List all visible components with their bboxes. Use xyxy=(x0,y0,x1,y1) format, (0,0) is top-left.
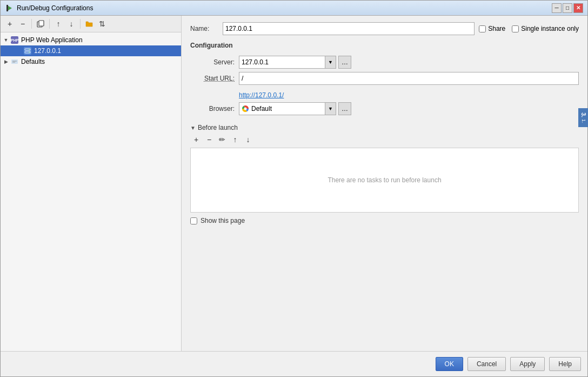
show-page-checkbox[interactable] xyxy=(190,217,197,224)
config-grid: Server: ▼ … Start URL: xyxy=(190,56,579,85)
share-label-text: Share xyxy=(488,25,505,32)
before-launch-remove-button[interactable]: − xyxy=(203,134,215,145)
window-controls: ─ □ ✕ xyxy=(552,3,583,13)
before-launch-up-button[interactable]: ↑ xyxy=(229,134,241,145)
move-down-button[interactable]: ↓ xyxy=(65,18,77,30)
share-checkbox-label[interactable]: Share xyxy=(479,25,505,32)
php-web-app-label: PHP Web Application xyxy=(21,36,83,44)
url-link[interactable]: http://127.0.0.1/ xyxy=(239,91,579,99)
php-web-app-icon: PHP xyxy=(10,36,19,44)
side-widget[interactable]: 3. 1. xyxy=(578,108,587,127)
single-instance-checkbox[interactable] xyxy=(512,25,519,32)
title-text: Run/Debug Configurations xyxy=(17,4,552,12)
browser-dropdown-arrow[interactable]: ▼ xyxy=(325,102,336,115)
close-button[interactable]: ✕ xyxy=(573,3,583,13)
tree-item-defaults[interactable]: ▶ Defaults xyxy=(1,56,181,67)
defaults-label: Defaults xyxy=(21,58,45,65)
content-area: + − ↑ ↓ ⇅ xyxy=(1,16,587,351)
start-url-row: Start URL: xyxy=(190,72,579,85)
single-instance-label-text: Single instance only xyxy=(521,25,579,32)
sort-button[interactable]: ⇅ xyxy=(96,18,108,30)
svg-point-6 xyxy=(29,49,30,50)
create-folder-button[interactable] xyxy=(83,18,95,30)
server-node-icon xyxy=(23,47,32,55)
checkboxes-row: Share Single instance only xyxy=(479,25,579,32)
defaults-icon xyxy=(10,57,19,66)
browser-label: Browser: xyxy=(190,105,239,113)
title-icon xyxy=(5,4,14,12)
server-more-button[interactable]: … xyxy=(338,56,351,69)
start-url-input[interactable] xyxy=(239,72,579,85)
server-combo: ▼ … xyxy=(239,56,351,69)
svg-rect-1 xyxy=(6,5,8,11)
expand-icon: ▼ xyxy=(3,37,9,43)
show-page-label: Show this page xyxy=(201,217,245,224)
right-panel: Name: Share Single instance only Configu… xyxy=(182,16,587,351)
ok-button[interactable]: OK xyxy=(436,357,463,371)
start-url-label: Start URL: xyxy=(190,75,239,82)
configuration-section-label: Configuration xyxy=(190,42,579,51)
server-row: Server: ▼ … xyxy=(190,56,579,69)
main-window: Run/Debug Configurations ─ □ ✕ + − xyxy=(0,0,588,377)
tree-item-php-web-app[interactable]: ▼ PHP PHP Web Application xyxy=(1,35,181,45)
before-launch-toolbar: + − ✏ ↑ ↓ xyxy=(190,134,579,145)
left-panel: + − ↑ ↓ ⇅ xyxy=(1,16,182,351)
before-launch-area: There are no tasks to run before launch xyxy=(190,148,579,213)
bottom-bar: OK Cancel Apply Help xyxy=(1,351,587,376)
cancel-button[interactable]: Cancel xyxy=(467,357,506,371)
svg-point-7 xyxy=(29,52,30,53)
browser-value: Default xyxy=(251,105,272,113)
browser-more-button[interactable]: … xyxy=(338,102,351,115)
title-bar: Run/Debug Configurations ─ □ ✕ xyxy=(1,1,587,16)
server-input[interactable] xyxy=(239,56,325,69)
move-up-button[interactable]: ↑ xyxy=(52,18,64,30)
svg-rect-3 xyxy=(39,21,44,26)
tree-item-127001-label: 127.0.0.1 xyxy=(34,47,61,55)
browser-row: Browser: Default ▼ … xyxy=(190,102,579,115)
show-page-row: Show this page xyxy=(190,217,579,224)
name-row: Name: Share Single instance only xyxy=(190,22,579,35)
name-field-label: Name: xyxy=(190,25,223,32)
google-chrome-icon xyxy=(242,105,249,113)
server-label: Server: xyxy=(190,58,239,66)
before-launch-label: Before launch xyxy=(198,124,238,131)
share-checkbox[interactable] xyxy=(479,25,486,32)
before-launch-down-button[interactable]: ↓ xyxy=(242,134,254,145)
copy-icon xyxy=(37,20,44,28)
single-instance-checkbox-label[interactable]: Single instance only xyxy=(512,25,579,32)
folder-icon xyxy=(85,20,93,28)
maximize-button[interactable]: □ xyxy=(563,3,572,13)
svg-point-12 xyxy=(244,108,247,110)
before-launch-arrow: ▼ xyxy=(190,125,196,131)
help-button[interactable]: Help xyxy=(549,357,581,371)
copy-config-button[interactable] xyxy=(35,18,46,30)
leaf-spacer xyxy=(16,48,22,54)
server-dropdown-arrow[interactable]: ▼ xyxy=(325,56,336,69)
tree-area[interactable]: ▼ PHP PHP Web Application xyxy=(1,32,181,351)
add-config-button[interactable]: + xyxy=(4,18,16,30)
no-tasks-text: There are no tasks to run before launch xyxy=(328,176,441,184)
remove-config-button[interactable]: − xyxy=(17,18,29,30)
browser-combo: Default ▼ … xyxy=(239,102,351,115)
tree-item-127001[interactable]: 127.0.0.1 xyxy=(1,45,181,56)
defaults-expand-icon: ▶ xyxy=(3,58,9,65)
tree-toolbar: + − ↑ ↓ ⇅ xyxy=(1,16,181,32)
before-launch-edit-button[interactable]: ✏ xyxy=(216,134,228,145)
name-input[interactable] xyxy=(223,22,475,35)
apply-button[interactable]: Apply xyxy=(510,357,545,371)
minimize-button[interactable]: ─ xyxy=(552,3,562,13)
svg-rect-8 xyxy=(11,59,18,64)
before-launch-add-button[interactable]: + xyxy=(190,134,202,145)
before-launch-section: ▼ Before launch xyxy=(190,124,579,131)
